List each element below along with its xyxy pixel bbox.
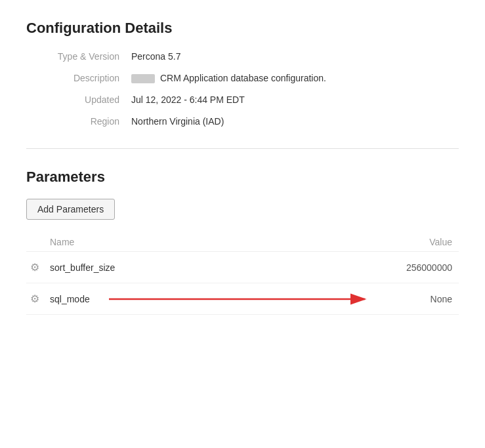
description-text[interactable]: CRM Application database configuration. bbox=[160, 71, 326, 85]
config-details-grid: Type & Version Percona 5.7 Description C… bbox=[26, 50, 459, 129]
row1-gear-cell: ⚙ bbox=[26, 252, 50, 283]
table-row: ⚙ sql_mode bbox=[26, 283, 459, 315]
updated-label: Updated bbox=[26, 93, 131, 107]
type-version-value: Percona 5.7 bbox=[131, 50, 459, 64]
updated-value: Jul 12, 2022 - 6:44 PM EDT bbox=[131, 93, 459, 107]
description-label: Description bbox=[26, 71, 131, 85]
config-section: Configuration Details Type & Version Per… bbox=[26, 20, 459, 129]
name-col-header: Name bbox=[50, 233, 286, 252]
table-row: ⚙ sort_buffer_size 256000000 bbox=[26, 252, 459, 283]
page-container: Configuration Details Type & Version Per… bbox=[0, 0, 485, 448]
params-section-title: Parameters bbox=[26, 169, 459, 186]
gear-icon[interactable]: ⚙ bbox=[30, 261, 39, 274]
value-col-header: Value bbox=[286, 233, 459, 252]
region-value: Northern Virginia (IAD) bbox=[131, 115, 459, 129]
config-section-title: Configuration Details bbox=[26, 20, 459, 37]
row2-name-text: sql_mode bbox=[50, 294, 90, 304]
params-table: Name Value ⚙ sort_buffer_size 256000000 … bbox=[26, 233, 459, 315]
row1-value: 256000000 bbox=[286, 252, 459, 283]
row2-value: None bbox=[286, 283, 459, 315]
description-value: CRM Application database configuration. bbox=[131, 71, 459, 85]
params-section: Parameters Add Parameters Name Value ⚙ s… bbox=[26, 169, 459, 315]
gear-icon[interactable]: ⚙ bbox=[30, 293, 39, 305]
params-table-header-row: Name Value bbox=[26, 233, 459, 252]
redacted-block bbox=[131, 74, 155, 83]
region-label: Region bbox=[26, 115, 131, 129]
type-version-label: Type & Version bbox=[26, 50, 131, 64]
row2-gear-cell: ⚙ bbox=[26, 283, 50, 315]
section-divider bbox=[26, 148, 459, 149]
add-parameters-button[interactable]: Add Parameters bbox=[26, 199, 115, 220]
icon-col-header bbox=[26, 233, 50, 252]
row2-name: sql_mode bbox=[50, 283, 286, 315]
row1-name: sort_buffer_size bbox=[50, 252, 286, 283]
